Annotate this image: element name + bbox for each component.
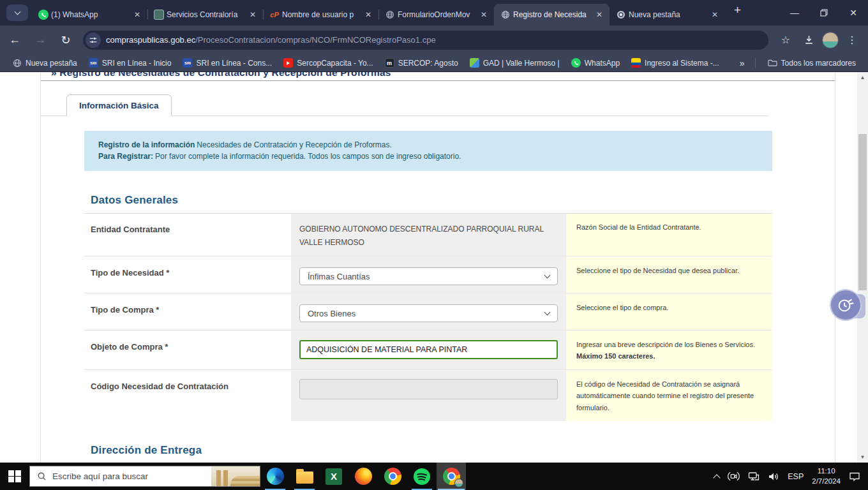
browser-tab-strip: (1) WhatsApp ✕ Servicios Contraloría ✕ c… [0,0,868,26]
bookmark-label: Nueva pestaña [26,59,77,68]
restore-button[interactable] [809,0,839,26]
url-domain: compraspublicas.gob.ec [106,35,195,45]
meet-now-icon[interactable] [728,471,740,482]
clock-date: 2/7/2024 [812,477,841,487]
site-info-icon[interactable] [86,33,101,48]
spotify-icon [413,468,431,486]
close-icon[interactable]: ✕ [710,10,720,19]
browser-tab-registro-active[interactable]: Registro de Necesida ✕ [494,4,610,26]
minimize-button[interactable]: — [780,0,809,26]
close-window-button[interactable]: ✕ [839,0,868,26]
bookmark-star-icon[interactable]: ☆ [776,31,795,50]
tab-informacion-basica[interactable]: Información Básica [66,94,172,116]
bookmark-gad-valle-hermoso[interactable]: GAD | Valle Hermoso | [464,56,565,70]
close-icon[interactable]: ✕ [248,10,258,19]
tab-title: FormularioOrdenMov [398,10,476,19]
objeto-compra-input[interactable] [299,340,558,359]
close-icon[interactable]: ✕ [594,10,604,19]
entidad-contratante-value: GOBIERNO AUTONOMO DESCENTRALIZADO PARROQ… [299,220,558,249]
language-indicator[interactable]: ESP [788,472,804,481]
tipo-compra-select[interactable]: Otros Bienes [299,304,558,322]
session-timer-widget[interactable] [830,289,865,322]
reload-button[interactable]: ↻ [55,29,77,51]
field-help: Seleccione el tipo de Necesidad que dese… [566,257,772,293]
field-help: Seleccione el tipo de compra. [566,294,772,330]
menu-kebab-icon[interactable]: ⋮ [842,31,862,50]
bookmark-sercop-agosto[interactable]: m SERCOP: Agosto [379,56,464,70]
page-content: » Registro de Necesidades de Contratació… [40,72,835,463]
browser-tab-formulario[interactable]: FormularioOrdenMov ✕ [378,4,494,26]
section-heading-direccion-entrega: Dirección de Entrega [91,444,835,457]
bookmark-sri-consultas[interactable]: SRI SRI en Línea - Cons... [177,56,278,70]
taskbar-chrome-active[interactable] [437,463,466,490]
divider [41,80,835,81]
field-label: Código Necesidad de Contratación [84,371,291,420]
tipo-necesidad-select[interactable]: Ínfimas Cuantías [299,267,558,285]
info-banner: Registro de la informaciónNecesidades de… [84,131,772,171]
bookmark-sercopcapacita[interactable]: SercopCapacita - Yo... [278,56,378,70]
scroll-down-arrow[interactable]: ▼ [857,452,868,463]
taskbar-chrome[interactable] [378,463,407,490]
taskbar-firefox[interactable] [348,463,378,490]
taskbar-file-explorer[interactable] [290,463,319,490]
new-tab-button[interactable]: + [730,3,745,17]
sri-icon: SRI [183,58,192,68]
field-label: Entidad Contratante [84,214,291,256]
forward-button[interactable]: → [29,29,51,51]
firefox-icon [355,468,372,485]
globe-icon [385,10,395,20]
chevron-down-icon [14,9,20,15]
bookmark-label: SRI en Línea - Inicio [102,59,172,68]
field-label: Tipo de Compra * [84,294,291,330]
system-tray: ESP 11:10 2/7/2024 [714,463,868,490]
taskbar-edge[interactable] [260,463,290,490]
tab-title: Registro de Necesida [513,10,592,19]
downloads-icon[interactable] [799,31,818,50]
bookmark-label: Ingreso al Sistema -... [645,59,719,68]
volume-icon[interactable] [768,471,779,482]
folder-icon [768,58,777,68]
clock-time: 11:10 [812,466,841,477]
action-center-icon[interactable] [849,471,860,482]
tray-expand-icon[interactable] [714,474,721,481]
close-icon[interactable]: ✕ [132,10,142,19]
timer-clock-icon [830,289,862,321]
whatsapp-icon [38,10,49,20]
sercop-icon: m [385,58,394,68]
browser-tab-contraloria[interactable]: Servicios Contraloría ✕ [147,4,263,26]
scrollbar-thumb[interactable] [858,134,867,290]
network-icon[interactable] [748,471,760,482]
browser-tab-whatsapp[interactable]: (1) WhatsApp ✕ [32,4,147,26]
whatsapp-icon [571,58,581,68]
field-label: Tipo de Necesidad * [84,257,291,293]
row-objeto-de-compra: Objeto de Compra * Ingresar una breve de… [84,331,772,369]
bookmarks-bar: Nueva pestaña SRI SRI en Línea - Inicio … [0,54,868,72]
taskbar-excel[interactable]: X [319,463,348,490]
bookmark-nueva-pestana[interactable]: Nueva pestaña [6,56,83,70]
field-help: Ingresar una breve descripción de los Bi… [566,331,772,369]
info-line2-rest: Por favor complete la información requer… [155,152,461,161]
bookmarks-overflow-button[interactable]: » [736,58,749,68]
browser-tab-nueva-pestana[interactable]: Nueva pestaña ✕ [610,4,725,26]
clock[interactable]: 11:10 2/7/2024 [812,466,841,486]
scrollbar[interactable]: ▲ ▼ [857,72,868,463]
address-bar[interactable]: compraspublicas.gob.ec/ProcesoContrataci… [83,31,768,50]
close-icon[interactable]: ✕ [479,10,489,19]
close-icon[interactable]: ✕ [363,10,373,19]
back-button[interactable]: ← [4,29,26,51]
file-explorer-icon [296,471,313,484]
bookmark-sri-inicio[interactable]: SRI SRI en Línea - Inicio [83,56,177,70]
tab-search-button[interactable] [6,4,28,21]
bookmark-ingreso-sistema[interactable]: Ingreso al Sistema -... [625,56,725,70]
taskbar-search-input[interactable]: Escribe aquí para buscar [29,466,260,487]
sri-icon: SRI [89,58,98,68]
all-bookmarks-label: Todos los marcadores [781,59,856,68]
browser-tab-usuario[interactable]: cP Nombre de usuario p ✕ [263,4,378,26]
scroll-up-arrow[interactable]: ▲ [857,72,868,83]
field-label: Objeto de Compra * [84,331,291,369]
profile-avatar[interactable] [822,32,839,48]
taskbar-spotify[interactable] [407,463,437,490]
all-bookmarks-button[interactable]: Todos los marcadores [762,56,862,70]
bookmark-whatsapp[interactable]: WhatsApp [565,56,625,70]
start-button[interactable] [0,463,29,490]
